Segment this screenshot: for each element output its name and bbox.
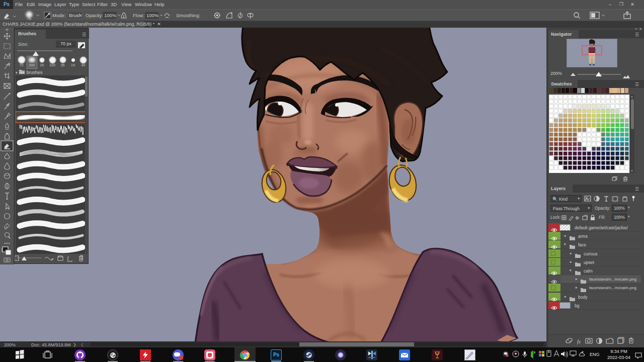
svg-text:100%: 100% <box>104 13 117 18</box>
svg-text:70: 70 <box>27 17 31 21</box>
svg-text:100%: 100% <box>146 13 159 18</box>
svg-text:fx: fx <box>577 339 581 344</box>
svg-text:Brush: Brush <box>69 13 82 18</box>
svg-text:Smoothing:: Smoothing: <box>176 13 200 18</box>
svg-text:Opacity:: Opacity: <box>86 13 103 18</box>
svg-text:Mode:: Mode: <box>52 13 65 18</box>
svg-text:Flow:: Flow: <box>133 13 144 18</box>
